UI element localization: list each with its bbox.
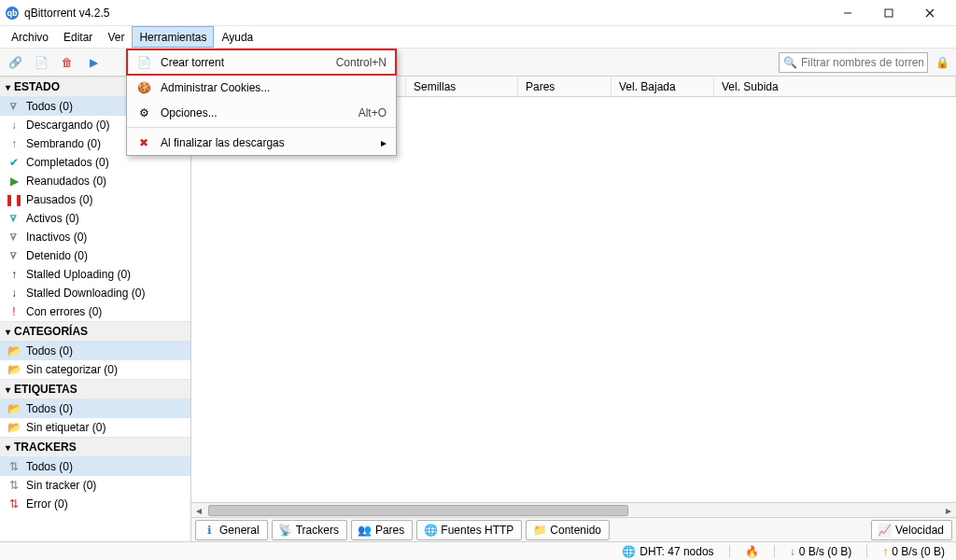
sidebar-item[interactable]: ⇅Sin tracker (0) xyxy=(0,476,190,495)
horizontal-scrollbar[interactable]: ◂ ▸ xyxy=(191,502,956,517)
net-icon: ⇅ xyxy=(7,460,21,473)
col-vel-subida[interactable]: Vel. Subida xyxy=(714,77,956,96)
sidebar-item[interactable]: ❚❚Pausados (0) xyxy=(0,190,190,209)
tab-velocidad[interactable]: 📈Velocidad xyxy=(871,520,952,540)
sidebar-item[interactable]: ▶Reanudados (0) xyxy=(0,172,190,190)
tab-trackers[interactable]: 📡Trackers xyxy=(272,520,347,540)
arrow-up-icon: ↑ xyxy=(882,545,888,558)
play-button[interactable]: ▶ xyxy=(82,51,105,74)
filter-input[interactable] xyxy=(801,56,923,69)
sidebar-item[interactable]: 📂Sin categorizar (0) xyxy=(0,360,190,379)
titlebar: qb qBittorrent v4.2.5 xyxy=(0,0,956,26)
menu-al-finalizar[interactable]: ✖ Al finalizar las descargas ▸ xyxy=(127,130,396,155)
menubar: Archivo Editar Ver Herramientas Ayuda xyxy=(0,26,956,49)
sidebar-item[interactable]: ↑Stalled Uploading (0) xyxy=(0,265,190,284)
tab-fuentes-http[interactable]: 🌐Fuentes HTTP xyxy=(416,520,522,540)
sidebar-item-label: Reanudados (0) xyxy=(26,175,106,188)
folder-icon: 📂 xyxy=(7,402,21,415)
tab-label: Fuentes HTTP xyxy=(441,524,513,537)
scroll-left-icon[interactable]: ◂ xyxy=(191,503,206,518)
filter-search[interactable]: 🔍 xyxy=(779,52,928,73)
menu-ayuda[interactable]: Ayuda xyxy=(214,26,260,48)
file-plus-icon: 📄 xyxy=(35,56,49,69)
arrow-down-icon: ↓ xyxy=(7,287,21,300)
sidebar-item[interactable]: 📂Todos (0) xyxy=(0,342,190,360)
add-file-button[interactable]: 📄 xyxy=(30,51,52,74)
chevron-down-icon: ▾ xyxy=(6,327,10,337)
scroll-right-icon[interactable]: ▸ xyxy=(941,503,956,518)
lock-button[interactable]: 🔒 xyxy=(932,52,952,73)
sidebar-item[interactable]: 📂Sin etiquetar (0) xyxy=(0,418,190,437)
status-text: 0 B/s (0 B) xyxy=(799,545,852,558)
info-icon: ℹ xyxy=(204,524,215,537)
menu-archivo[interactable]: Archivo xyxy=(4,26,56,48)
sidebar-item[interactable]: ⇅Todos (0) xyxy=(0,457,190,476)
sidebar-item[interactable]: ↓Stalled Downloading (0) xyxy=(0,284,190,302)
tab-label: Pares xyxy=(375,524,404,537)
menu-editar[interactable]: Editar xyxy=(56,26,100,48)
delete-button[interactable]: 🗑 xyxy=(56,51,78,74)
sidebar-item-label: Detenido (0) xyxy=(26,249,88,262)
sidebar-item-label: Sembrando (0) xyxy=(26,137,101,150)
scroll-thumb[interactable] xyxy=(208,505,628,516)
section-categorias[interactable]: ▾CATEGORÍAS xyxy=(0,321,190,342)
sidebar-item[interactable]: ⛛Activos (0) xyxy=(0,209,190,228)
chevron-down-icon: ▾ xyxy=(6,385,10,395)
tab-label: Velocidad xyxy=(895,524,944,537)
funnel-icon: ⛛ xyxy=(7,212,21,225)
sidebar-item[interactable]: ✔Completados (0) xyxy=(0,153,190,172)
tracker-icon: 📡 xyxy=(280,524,291,537)
menu-separator xyxy=(127,127,396,128)
trash-icon: 🗑 xyxy=(62,56,73,69)
col-vel-bajada[interactable]: Vel. Bajada xyxy=(612,77,714,96)
status-upload: ↑0 B/s (0 B) xyxy=(877,545,950,558)
tab-contenido[interactable]: 📁Contenido xyxy=(526,520,610,540)
close-button[interactable] xyxy=(909,0,950,26)
add-link-button[interactable]: 🔗 xyxy=(4,51,26,74)
section-trackers[interactable]: ▾TRACKERS xyxy=(0,437,190,457)
menu-ver[interactable]: Ver xyxy=(100,26,132,48)
folder-icon: 📂 xyxy=(7,344,21,357)
col-pares[interactable]: Pares xyxy=(518,77,612,96)
funnel-icon: ⛛ xyxy=(7,100,21,113)
net-icon: ⇅ xyxy=(7,497,21,511)
menu-crear-torrent[interactable]: 📄 Crear torrent Control+N xyxy=(127,49,396,75)
herramientas-dropdown: 📄 Crear torrent Control+N 🍪 Administrar … xyxy=(126,49,397,156)
torrent-list[interactable] xyxy=(191,97,956,502)
section-title: TRACKERS xyxy=(14,441,77,454)
folder-icon: 📂 xyxy=(7,363,21,376)
funnel-icon: ⛛ xyxy=(7,249,21,262)
section-etiquetas[interactable]: ▾ETIQUETAS xyxy=(0,379,190,399)
sidebar-item-label: Sin etiquetar (0) xyxy=(26,421,105,434)
section-title: ESTADO xyxy=(14,80,60,93)
link-plus-icon: 🔗 xyxy=(8,56,22,69)
menu-herramientas[interactable]: Herramientas xyxy=(132,26,214,48)
tab-pares[interactable]: 👥Pares xyxy=(351,520,413,540)
col-semillas[interactable]: Semillas xyxy=(406,77,518,96)
sidebar-item[interactable]: ⛛Detenido (0) xyxy=(0,246,190,265)
plug-icon: 🔥 xyxy=(745,545,759,558)
sidebar-item[interactable]: ⇅Error (0) xyxy=(0,495,190,513)
sidebar-item[interactable]: 📂Todos (0) xyxy=(0,399,190,418)
check-icon: ✔ xyxy=(7,156,21,169)
tab-general[interactable]: ℹGeneral xyxy=(195,520,268,540)
menu-item-label: Administrar Cookies... xyxy=(161,81,377,94)
sidebar-item[interactable]: ⛛Inactivos (0) xyxy=(0,228,190,246)
minimize-button[interactable] xyxy=(827,0,868,26)
sidebar-item-label: Todos (0) xyxy=(26,402,73,415)
sidebar-item-label: Activos (0) xyxy=(26,212,79,225)
net-icon: ⇅ xyxy=(7,479,21,492)
content-icon: 📁 xyxy=(534,524,545,537)
statusbar: 🌐DHT: 47 nodos 🔥 ↓0 B/s (0 B) ↑0 B/s (0 … xyxy=(0,541,956,560)
tab-label: Contenido xyxy=(550,524,601,537)
menu-opciones[interactable]: ⚙ Opciones... Alt+O xyxy=(127,100,396,125)
menu-administrar-cookies[interactable]: 🍪 Administrar Cookies... xyxy=(127,75,396,100)
sidebar-item-label: Stalled Uploading (0) xyxy=(26,268,131,281)
peers-icon: 👥 xyxy=(359,524,371,537)
maximize-button[interactable] xyxy=(868,0,909,26)
sidebar-item-label: Con errores (0) xyxy=(26,305,102,318)
sidebar-item[interactable]: !Con errores (0) xyxy=(0,302,190,321)
section-title: CATEGORÍAS xyxy=(14,325,88,338)
menu-item-label: Crear torrent xyxy=(161,56,327,69)
status-disk: 🔥 xyxy=(739,545,765,558)
